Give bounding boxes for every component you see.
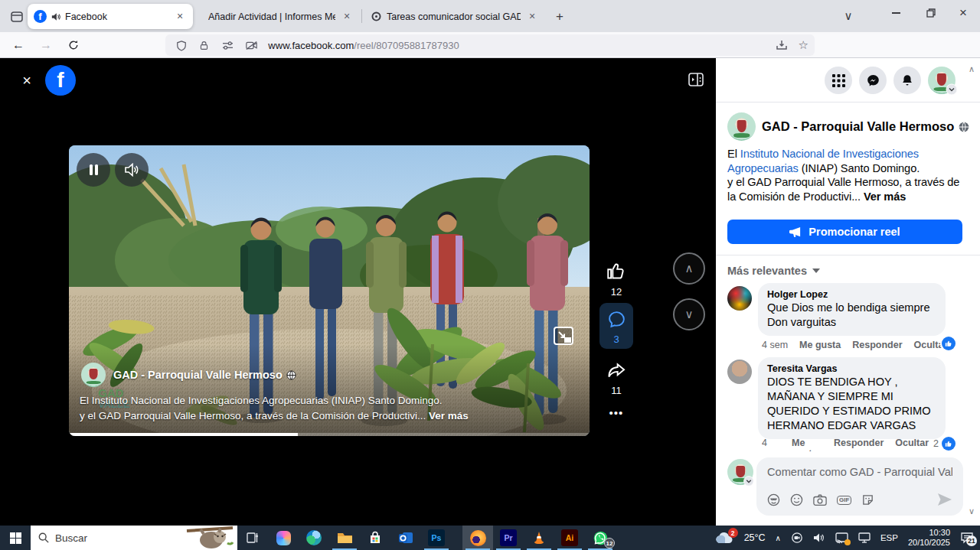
reload-button[interactable]: [63, 34, 84, 56]
comment-bubble[interactable]: Holger Lopez Que Dios me lo bendiga siem…: [758, 283, 946, 336]
mute-button[interactable]: [115, 153, 149, 187]
back-button[interactable]: ←: [8, 34, 29, 56]
share-button[interactable]: 11: [599, 360, 633, 396]
tab-close-button[interactable]: ×: [173, 10, 187, 24]
commenter-avatar[interactable]: [727, 286, 752, 311]
comment-like-button[interactable]: Me gusta: [799, 340, 841, 350]
file-explorer-button[interactable]: [329, 526, 360, 550]
window-minimize-button[interactable]: [879, 0, 913, 26]
illustrator-button[interactable]: Ai: [554, 526, 585, 550]
start-button[interactable]: [0, 526, 31, 550]
premiere-button[interactable]: Pr: [493, 526, 524, 550]
collapse-sidebar-icon[interactable]: [687, 70, 705, 89]
volume-icon[interactable]: [813, 532, 825, 543]
picture-in-picture-icon[interactable]: [553, 326, 574, 346]
see-more-link[interactable]: Ver más: [864, 190, 906, 203]
sort-comments-dropdown[interactable]: Más relevantes: [727, 265, 820, 277]
comment-hide-button[interactable]: Ocultar: [895, 438, 929, 448]
notification-center-button[interactable]: 21: [960, 532, 974, 544]
comment-reaction-badge[interactable]: [942, 337, 956, 350]
commenter-name[interactable]: Teresita Vargas: [767, 363, 936, 375]
chatgpt-favicon: [371, 11, 382, 22]
share-count: 11: [599, 385, 633, 396]
meet-now-icon[interactable]: [791, 532, 803, 544]
taskbar-search[interactable]: Buscar: [31, 526, 237, 550]
tab-label: Añadir Actividad | Informes Mensua: [208, 11, 335, 22]
pause-button[interactable]: [77, 153, 110, 187]
caption-link[interactable]: Instituto Nacional de Investigaciones Ag…: [92, 395, 328, 406]
url-text[interactable]: www.facebook.com/reel/807095881787930: [268, 40, 775, 51]
comment-reply-button[interactable]: Responder: [852, 340, 902, 350]
whatsapp-button[interactable]: 12: [585, 526, 616, 550]
forward-button[interactable]: →: [35, 34, 57, 56]
photoshop-button[interactable]: Ps: [421, 526, 452, 550]
previous-reel-button[interactable]: ∧: [673, 252, 705, 285]
chevron-down-icon: [812, 268, 820, 273]
task-view-button[interactable]: [237, 526, 268, 550]
promote-reel-button[interactable]: Promocionar reel: [727, 220, 962, 244]
tab-facebook[interactable]: f Facebook ×: [28, 4, 193, 29]
taskbar-clock[interactable]: 10:30 20/10/2025: [908, 528, 950, 548]
send-comment-icon[interactable]: [937, 493, 952, 506]
list-all-tabs-button[interactable]: ∨: [831, 3, 865, 29]
account-chevron-icon: [946, 83, 958, 96]
cast-icon[interactable]: [835, 532, 848, 544]
copilot-button[interactable]: [268, 526, 299, 550]
comment-reaction-badge[interactable]: [942, 437, 956, 451]
more-options-button[interactable]: •••: [599, 406, 633, 419]
search-highlight-sloth-image[interactable]: [185, 526, 234, 549]
page-avatar[interactable]: [727, 112, 756, 141]
edge-button[interactable]: [299, 526, 329, 550]
video-progress-bar[interactable]: [69, 433, 590, 436]
firefox-button[interactable]: [462, 526, 493, 550]
gif-icon[interactable]: GIF: [837, 496, 851, 505]
page-avatar[interactable]: [81, 363, 106, 387]
save-page-icon[interactable]: [776, 39, 788, 51]
weather-icon[interactable]: 2: [716, 531, 734, 545]
new-tab-button[interactable]: +: [548, 4, 571, 29]
tab-informes[interactable]: Añadir Actividad | Informes Mensua ×: [198, 4, 360, 29]
tray-time: 10:30: [908, 528, 950, 538]
messenger-button[interactable]: [859, 67, 887, 94]
scrollbar-up-arrow[interactable]: ∧: [966, 64, 977, 74]
language-indicator[interactable]: ESP: [880, 533, 898, 542]
url-bar[interactable]: www.facebook.com/reel/807095881787930 ☆: [165, 34, 815, 56]
bookmark-star-icon[interactable]: ☆: [799, 38, 808, 52]
scrollbar-down-arrow[interactable]: ∨: [966, 506, 977, 516]
facebook-logo[interactable]: f: [45, 65, 76, 96]
sticker-icon[interactable]: [861, 493, 874, 506]
emoji-icon[interactable]: [790, 493, 803, 506]
network-icon[interactable]: [858, 532, 871, 543]
window-close-button[interactable]: ×: [946, 0, 980, 26]
globe-icon: [959, 122, 969, 132]
page-title[interactable]: GAD - Parroquial Valle Hermoso: [762, 119, 969, 134]
like-button[interactable]: 12: [599, 261, 633, 298]
tab-close-button[interactable]: ×: [340, 10, 354, 24]
comment-input[interactable]: Comentar como GAD - Parroquial Vall... G…: [756, 457, 963, 516]
firefox-view-icon[interactable]: [8, 8, 26, 26]
commenter-name[interactable]: Holger Lopez: [767, 288, 936, 301]
vlc-button[interactable]: [524, 526, 554, 550]
video-page-name[interactable]: GAD - Parroquial Valle Hermoso: [113, 369, 296, 381]
outlook-button[interactable]: [390, 526, 421, 550]
next-reel-button[interactable]: ∨: [673, 298, 705, 330]
close-reel-button[interactable]: ×: [17, 70, 37, 90]
hidden-icons-chevron[interactable]: ∧: [776, 534, 781, 542]
commenter-avatar[interactable]: [727, 360, 752, 384]
window-restore-button[interactable]: [914, 0, 948, 26]
comment-reply-button[interactable]: Responder: [834, 438, 884, 448]
camera-icon[interactable]: [813, 494, 827, 506]
comment-bubble[interactable]: Teresita Vargas DIOS TE BENDIGA HOY , MA…: [758, 357, 946, 439]
avatar-sticker-icon[interactable]: [767, 493, 780, 506]
notifications-button[interactable]: [893, 67, 921, 94]
tab-close-button[interactable]: ×: [525, 10, 539, 24]
see-more-link[interactable]: Ver más: [429, 410, 469, 421]
temperature-label[interactable]: 25°C: [744, 532, 766, 543]
tab-audio-icon[interactable]: [51, 12, 60, 21]
tab-chatgpt-tareas[interactable]: Tareas comunicador social GAD ×: [364, 4, 545, 29]
comment-count: 3: [599, 334, 633, 345]
comments-button[interactable]: 3: [599, 303, 633, 349]
reel-video[interactable]: GADVALLE GAD - Parroquial Valle Hermoso …: [69, 145, 590, 436]
microsoft-store-button[interactable]: [360, 526, 390, 550]
apps-grid-button[interactable]: [825, 67, 852, 94]
